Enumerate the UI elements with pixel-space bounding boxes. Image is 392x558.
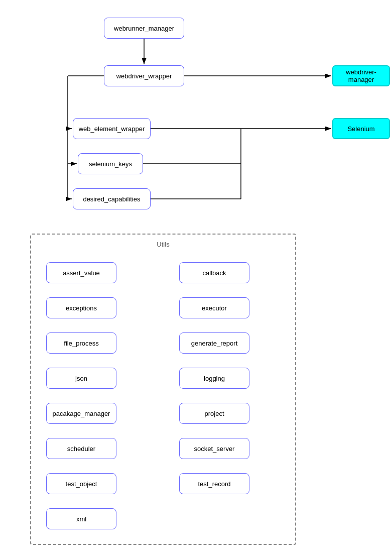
diagram-container: webrunner_manager webdriver_wrapper web_… xyxy=(0,0,392,558)
utils-container: Utils assert_value exceptions file_proce… xyxy=(30,234,296,545)
node-generate-report: generate_report xyxy=(179,332,249,354)
node-selenium-keys: selenium_keys xyxy=(78,153,143,174)
node-file-process: file_process xyxy=(46,332,116,354)
node-executor: executor xyxy=(179,297,249,318)
node-xml: xml xyxy=(46,508,116,529)
node-callback: callback xyxy=(179,262,249,283)
node-json: json xyxy=(46,368,116,389)
node-exceptions: exceptions xyxy=(46,297,116,318)
node-webrunner-manager: webrunner_manager xyxy=(104,18,184,39)
node-assert-value: assert_value xyxy=(46,262,116,283)
node-test-object: test_object xyxy=(46,473,116,494)
node-webdriver-wrapper: webdriver_wrapper xyxy=(104,65,184,86)
node-pacakage-manager: pacakage_manager xyxy=(46,403,116,424)
node-selenium: Selenium xyxy=(332,118,390,139)
node-logging: logging xyxy=(179,368,249,389)
node-desired-capabilities: desired_capabilities xyxy=(73,188,151,209)
node-socket-server: socket_server xyxy=(179,438,249,459)
node-scheduler: scheduler xyxy=(46,438,116,459)
node-project: project xyxy=(179,403,249,424)
utils-label: Utils xyxy=(157,241,169,248)
node-web-element-wrapper: web_element_wrapper xyxy=(73,118,151,139)
node-webdriver-manager: webdriver-manager xyxy=(332,65,390,86)
node-test-record: test_record xyxy=(179,473,249,494)
